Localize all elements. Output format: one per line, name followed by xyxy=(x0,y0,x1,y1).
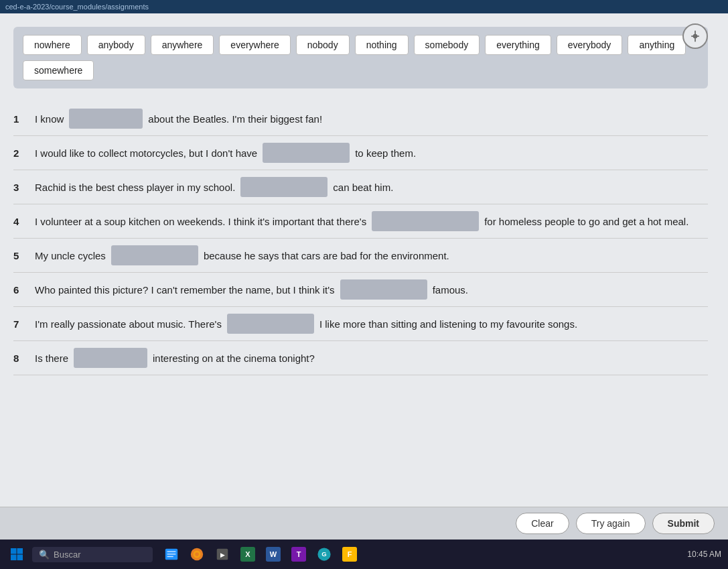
browser-url-bar: ced-e-a-2023/course_modules/assignments xyxy=(0,0,728,13)
svg-rect-3 xyxy=(17,548,23,554)
answer-blank[interactable] xyxy=(240,177,327,197)
word-bank: nowhereanybodyanywhereeverywherenobodyno… xyxy=(13,27,708,88)
sentence-wrap: I'm really passionate about music. There… xyxy=(35,314,708,334)
exercise-row: 6Who painted this picture? I can't remem… xyxy=(13,273,708,307)
svg-rect-7 xyxy=(167,551,176,552)
answer-blank[interactable] xyxy=(372,211,479,231)
word-chip[interactable]: anything xyxy=(628,35,686,55)
taskbar-right: 10:45 AM xyxy=(687,550,721,559)
svg-text:F: F xyxy=(348,550,352,558)
sentence-before: I volunteer at a soup kitchen on weekend… xyxy=(35,212,366,231)
exercise-number: 2 xyxy=(13,143,29,162)
svg-text:W: W xyxy=(270,550,277,558)
exercise-number: 7 xyxy=(13,314,29,333)
sentence-after: because he says that cars are bad for th… xyxy=(204,247,449,265)
exercise-number: 8 xyxy=(13,348,29,367)
taskbar-icon-2[interactable] xyxy=(188,545,206,564)
word-chip[interactable]: everywhere xyxy=(219,35,290,55)
sentence-wrap: I would like to collect motorcycles, but… xyxy=(35,143,708,163)
word-chip[interactable]: anywhere xyxy=(151,35,214,55)
search-icon: 🔍 xyxy=(39,550,50,560)
exercise-number: 6 xyxy=(13,279,29,299)
svg-text:T: T xyxy=(297,550,301,558)
word-chip[interactable]: everybody xyxy=(557,35,623,55)
svg-rect-4 xyxy=(11,555,17,561)
taskbar-time: 10:45 AM xyxy=(687,550,721,559)
exercise-number: 4 xyxy=(13,211,29,231)
sentence-after: about the Beatles. I'm their biggest fan… xyxy=(148,110,322,128)
svg-text:▶: ▶ xyxy=(220,552,225,558)
exercise-row: 8Is thereinteresting on at the cinema to… xyxy=(13,341,708,375)
svg-rect-9 xyxy=(167,556,173,557)
sentence-after: can beat him. xyxy=(333,178,393,196)
taskbar-search-bar[interactable]: 🔍 Buscar xyxy=(32,547,153,562)
word-chip[interactable]: nowhere xyxy=(23,35,82,55)
taskbar-icons: ▶ X W T G xyxy=(162,545,359,564)
windows-start-button[interactable] xyxy=(7,544,27,564)
word-chip[interactable]: nothing xyxy=(355,35,409,55)
answer-blank[interactable] xyxy=(111,245,198,265)
exercises-container: 1I knowabout the Beatles. I'm their bigg… xyxy=(13,102,708,375)
taskbar: 🔍 Buscar ▶ xyxy=(0,540,728,569)
sentence-before: Who painted this picture? I can't rememb… xyxy=(35,281,335,299)
svg-text:G: G xyxy=(321,550,326,558)
url-text: ced-e-a-2023/course_modules/assignments xyxy=(5,3,149,11)
sentence-wrap: I knowabout the Beatles. I'm their bigge… xyxy=(35,109,708,129)
submit-button[interactable]: Submit xyxy=(652,513,715,534)
exercise-row: 1I knowabout the Beatles. I'm their bigg… xyxy=(13,102,708,136)
sentence-before: My uncle cycles xyxy=(35,247,106,265)
sentence-wrap: My uncle cyclesbecause he says that cars… xyxy=(35,245,708,265)
sentence-after: for homeless people to go and get a hot … xyxy=(484,212,688,231)
exercise-row: 4I volunteer at a soup kitchen on weeken… xyxy=(13,204,708,239)
answer-blank[interactable] xyxy=(340,279,427,300)
word-chip[interactable]: somewhere xyxy=(23,60,94,80)
sentence-wrap: Who painted this picture? I can't rememb… xyxy=(35,279,708,300)
word-chip[interactable]: nobody xyxy=(296,35,350,55)
word-chip[interactable]: anybody xyxy=(87,35,145,55)
taskbar-icon-8[interactable]: F xyxy=(340,545,359,564)
main-content: nowhereanybodyanywhereeverywherenobodyno… xyxy=(0,13,728,507)
bottom-bar: Clear Try again Submit xyxy=(0,507,728,540)
exercise-number: 1 xyxy=(13,109,29,128)
word-chip[interactable]: everything xyxy=(485,35,551,55)
search-text: Buscar xyxy=(54,550,80,560)
sentence-after: to keep them. xyxy=(355,144,416,162)
sentence-after: interesting on at the cinema tonight? xyxy=(153,349,315,367)
answer-blank[interactable] xyxy=(69,109,143,129)
exercise-row: 7I'm really passionate about music. Ther… xyxy=(13,307,708,341)
try-again-button[interactable]: Try again xyxy=(576,513,646,534)
exercise-row: 2I would like to collect motorcycles, bu… xyxy=(13,136,708,170)
sentence-before: I'm really passionate about music. There… xyxy=(35,315,222,333)
word-chip[interactable]: somebody xyxy=(414,35,480,55)
answer-blank[interactable] xyxy=(227,314,314,334)
exercise-row: 5My uncle cyclesbecause he says that car… xyxy=(13,239,708,273)
clear-button[interactable]: Clear xyxy=(516,513,569,534)
taskbar-icon-5[interactable]: W xyxy=(264,545,283,564)
pin-icon[interactable] xyxy=(682,23,708,49)
sentence-before: Is there xyxy=(35,349,68,367)
taskbar-icon-7[interactable]: G xyxy=(315,545,334,564)
svg-text:X: X xyxy=(245,550,250,558)
answer-blank[interactable] xyxy=(263,143,350,163)
svg-rect-8 xyxy=(167,554,176,554)
sentence-after: I like more than sitting and listening t… xyxy=(319,315,577,333)
sentence-before: I know xyxy=(35,110,64,128)
svg-point-12 xyxy=(195,552,199,556)
sentence-before: Rachid is the best chess player in my sc… xyxy=(35,178,235,196)
sentence-wrap: Is thereinteresting on at the cinema ton… xyxy=(35,348,708,368)
svg-rect-2 xyxy=(11,548,17,554)
sentence-wrap: I volunteer at a soup kitchen on weekend… xyxy=(35,211,708,231)
exercise-number: 3 xyxy=(13,177,29,196)
sentence-wrap: Rachid is the best chess player in my sc… xyxy=(35,177,708,197)
sentence-after: famous. xyxy=(433,281,468,299)
svg-rect-5 xyxy=(17,555,23,561)
exercise-number: 5 xyxy=(13,245,29,265)
answer-blank[interactable] xyxy=(74,348,147,368)
sentence-before: I would like to collect motorcycles, but… xyxy=(35,144,257,162)
taskbar-explorer-icon[interactable] xyxy=(162,545,181,564)
taskbar-icon-3[interactable]: ▶ xyxy=(213,545,232,564)
taskbar-icon-6[interactable]: T xyxy=(289,545,308,564)
taskbar-icon-4[interactable]: X xyxy=(238,545,257,564)
exercise-row: 3Rachid is the best chess player in my s… xyxy=(13,170,708,204)
